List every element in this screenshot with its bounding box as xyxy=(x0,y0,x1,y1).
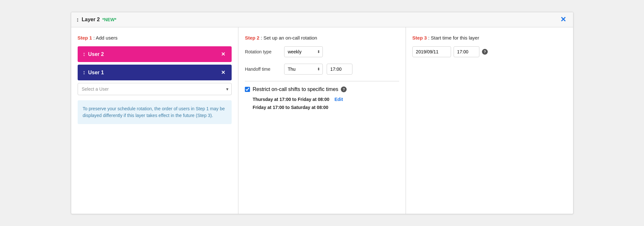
handoff-time-label: Handoff time xyxy=(245,67,280,72)
step3-column: Step 3 : Start time for this layer ? xyxy=(406,27,573,214)
close-button[interactable]: ✕ xyxy=(558,15,568,24)
step2-column: Step 2 : Set up an on-call rotation Rota… xyxy=(238,27,406,214)
info-box: To preserve your schedule rotation, the … xyxy=(78,100,232,124)
layer-drag-icon: ↕ xyxy=(76,16,79,23)
step3-heading: Step 3 : Start time for this layer xyxy=(412,35,567,41)
drag-icon-user1: ↕ xyxy=(83,69,86,76)
select-user-dropdown[interactable]: Select a User xyxy=(78,83,232,95)
start-time-help-icon[interactable]: ? xyxy=(482,49,488,55)
handoff-day-wrapper: Sun Mon Tue Wed Thu Fri Sat xyxy=(284,64,323,75)
user1-name: User 1 xyxy=(88,70,104,76)
step1-label: Step 1 xyxy=(78,35,92,41)
rotation-type-row: Rotation type weekly daily custom xyxy=(245,46,399,57)
rotation-type-label: Rotation type xyxy=(245,49,280,54)
start-date-input[interactable] xyxy=(412,46,451,57)
rotation-type-select[interactable]: weekly daily custom xyxy=(284,46,323,57)
step2-heading-suffix: : Set up an on-call rotation xyxy=(261,35,317,41)
handoff-time-row: Handoff time Sun Mon Tue Wed Thu Fri Sat xyxy=(245,64,399,75)
edit-link[interactable]: Edit xyxy=(334,97,343,102)
remove-user1-button[interactable]: ✕ xyxy=(220,69,226,76)
step2-heading: Step 2 : Set up an on-call rotation xyxy=(245,35,399,41)
info-text: To preserve your schedule rotation, the … xyxy=(83,105,227,119)
step3-heading-suffix: : Start time for this layer xyxy=(428,35,479,41)
header-left: ↕ Layer 2 *NEW* xyxy=(76,16,117,23)
divider xyxy=(245,81,399,81)
layer-title: Layer 2 xyxy=(82,17,100,23)
date-time-row: ? xyxy=(412,46,567,57)
restrict-label: Restrict on-call shifts to specific time… xyxy=(253,86,338,92)
step2-label: Step 2 xyxy=(245,35,259,41)
select-user-wrapper: Select a User ▾ xyxy=(78,83,232,95)
drag-icon-user2: ↕ xyxy=(83,51,86,58)
step1-heading: Step 1 : Add users xyxy=(78,35,232,41)
user-item-2: ↕ User 2 ✕ xyxy=(78,46,232,62)
panel-body: Step 1 : Add users ↕ User 2 ✕ ↕ User 1 ✕ xyxy=(71,27,573,214)
user-item-1: ↕ User 1 ✕ xyxy=(78,65,232,80)
remove-user2-button[interactable]: ✕ xyxy=(220,51,226,57)
user2-name: User 2 xyxy=(88,51,104,57)
new-badge: *NEW* xyxy=(102,17,117,22)
start-time-input[interactable] xyxy=(454,46,479,57)
step1-column: Step 1 : Add users ↕ User 2 ✕ ↕ User 1 ✕ xyxy=(71,27,239,214)
step3-label: Step 3 xyxy=(412,35,427,41)
rotation-select-wrapper: weekly daily custom xyxy=(284,46,323,57)
shift-times: Thursday at 17:00 to Friday at 08:00 Edi… xyxy=(253,95,399,112)
handoff-day-select[interactable]: Sun Mon Tue Wed Thu Fri Sat xyxy=(284,64,323,75)
restrict-row: Restrict on-call shifts to specific time… xyxy=(245,86,399,92)
handoff-time-input[interactable] xyxy=(327,64,352,75)
step1-heading-suffix: : Add users xyxy=(93,35,118,41)
restrict-checkbox[interactable] xyxy=(245,87,250,92)
main-panel: ↕ Layer 2 *NEW* ✕ Step 1 : Add users ↕ U… xyxy=(71,12,573,214)
shift-line-1: Thursday at 17:00 to Friday at 08:00 Edi… xyxy=(253,95,399,104)
restrict-help-icon[interactable]: ? xyxy=(341,86,347,92)
panel-header: ↕ Layer 2 *NEW* ✕ xyxy=(71,12,573,27)
shift-line-2: Friday at 17:00 to Saturday at 08:00 xyxy=(253,104,399,112)
